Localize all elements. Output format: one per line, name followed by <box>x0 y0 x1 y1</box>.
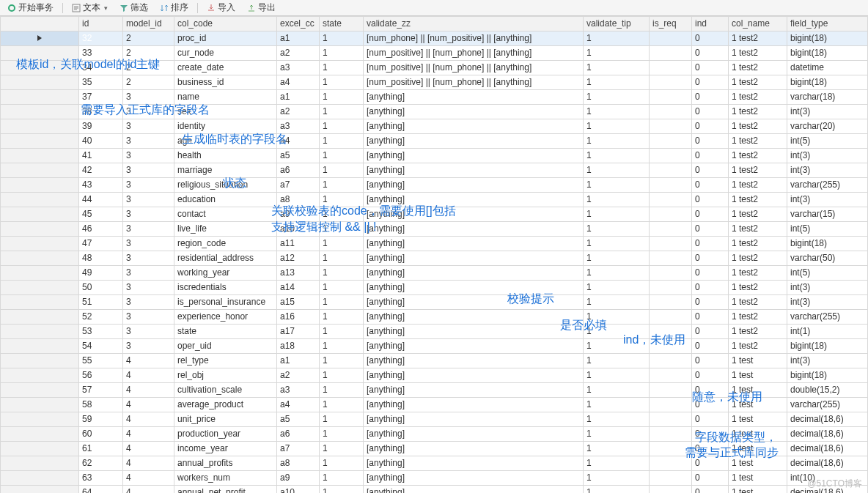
cell-is-req[interactable] <box>650 295 692 310</box>
cell-validate-tip[interactable]: 1 <box>584 412 650 427</box>
cell-is-req[interactable] <box>650 61 692 75</box>
table-row[interactable]: 332cur_nodea21[num_positive] || [num_pho… <box>1 46 868 61</box>
cell-id[interactable]: 61 <box>79 442 123 456</box>
cell-model-id[interactable]: 3 <box>123 237 174 251</box>
cell-field-type[interactable]: decimal(18,6) <box>787 412 868 427</box>
cell-validate-zz[interactable]: [anything] <box>364 398 584 412</box>
cell-model-id[interactable]: 3 <box>123 266 174 281</box>
cell-field-type[interactable]: varchar(18) <box>787 90 868 105</box>
cell-validate-tip[interactable]: 1 <box>584 325 650 339</box>
cell-state[interactable]: 1 <box>320 251 364 266</box>
col-excel-col-code[interactable]: excel_cc <box>277 17 320 31</box>
cell-is-req[interactable] <box>650 266 692 281</box>
cell-excel-col-code[interactable]: a14 <box>277 281 320 295</box>
row-handle[interactable] <box>1 222 79 237</box>
cell-col-name[interactable]: 1 test2 <box>729 31 787 46</box>
cell-excel-col-code[interactable]: a3 <box>277 119 320 134</box>
cell-model-id[interactable]: 3 <box>123 149 174 163</box>
cell-state[interactable]: 1 <box>320 105 364 119</box>
col-col-code[interactable]: col_code <box>174 17 277 31</box>
cell-validate-tip[interactable]: 1 <box>584 75 650 90</box>
cell-id[interactable]: 44 <box>79 193 123 207</box>
table-row[interactable]: 604production_yeara61[anything]101 testd… <box>1 427 868 442</box>
row-handle[interactable] <box>1 90 79 105</box>
cell-ind[interactable]: 0 <box>692 368 729 383</box>
cell-model-id[interactable]: 3 <box>123 222 174 237</box>
cell-col-name[interactable]: 1 test <box>729 354 787 368</box>
cell-validate-tip[interactable]: 1 <box>584 368 650 383</box>
cell-state[interactable]: 1 <box>320 310 364 325</box>
cell-model-id[interactable]: 4 <box>123 398 174 412</box>
cell-is-req[interactable] <box>650 442 692 456</box>
cell-validate-zz[interactable]: [anything] <box>364 368 584 383</box>
row-handle[interactable] <box>1 456 79 471</box>
cell-col-name[interactable]: 1 test2 <box>729 295 787 310</box>
cell-validate-zz[interactable]: [anything] <box>364 222 584 237</box>
cell-state[interactable]: 1 <box>320 354 364 368</box>
cell-ind[interactable]: 0 <box>692 354 729 368</box>
cell-col-name[interactable]: 1 test2 <box>729 75 787 90</box>
table-row[interactable]: 493working_yeara131[anything]101 test2in… <box>1 266 868 281</box>
cell-excel-col-code[interactable]: a16 <box>277 310 320 325</box>
cell-col-name[interactable]: 1 test2 <box>729 237 787 251</box>
row-handle[interactable] <box>1 266 79 281</box>
table-row[interactable]: 373namea11[anything]101 test2varchar(18) <box>1 90 868 105</box>
table-row[interactable]: 543oper_uida181[anything]101 test2bigint… <box>1 339 868 354</box>
table-row[interactable]: 393identitya31[anything]101 test2varchar… <box>1 119 868 134</box>
cell-field-type[interactable]: int(5) <box>787 266 868 281</box>
table-row[interactable]: 584average_producta41[anything]101 testv… <box>1 398 868 412</box>
row-handle[interactable] <box>1 61 79 75</box>
cell-excel-col-code[interactable]: a7 <box>277 442 320 456</box>
cell-field-type[interactable]: bigint(18) <box>787 339 868 354</box>
cell-is-req[interactable] <box>650 149 692 163</box>
cell-excel-col-code[interactable]: a12 <box>277 251 320 266</box>
cell-col-code[interactable]: unit_price <box>174 412 277 427</box>
cell-col-name[interactable]: 1 test2 <box>729 193 787 207</box>
cell-field-type[interactable]: decimal(18,6) <box>787 456 868 471</box>
cell-state[interactable]: 1 <box>320 149 364 163</box>
cell-col-code[interactable]: working_year <box>174 266 277 281</box>
cell-field-type[interactable]: decimal(18,6) <box>787 442 868 456</box>
cell-id[interactable]: 60 <box>79 427 123 442</box>
row-handle[interactable] <box>1 427 79 442</box>
cell-id[interactable]: 56 <box>79 368 123 383</box>
row-handle[interactable] <box>1 207 79 222</box>
table-row[interactable]: 554rel_typea11[anything]101 testint(3) <box>1 354 868 368</box>
cell-validate-zz[interactable]: [anything] <box>364 412 584 427</box>
cell-state[interactable]: 1 <box>320 486 364 494</box>
cell-validate-tip[interactable]: 1 <box>584 119 650 134</box>
row-handle[interactable] <box>1 105 79 119</box>
cell-col-code[interactable]: oper_uid <box>174 339 277 354</box>
cell-is-req[interactable] <box>650 105 692 119</box>
cell-state[interactable]: 1 <box>320 237 364 251</box>
cell-validate-tip[interactable]: 1 <box>584 178 650 193</box>
cell-validate-zz[interactable]: [anything] <box>364 427 584 442</box>
row-handle[interactable] <box>1 46 79 61</box>
cell-ind[interactable]: 0 <box>692 207 729 222</box>
cell-state[interactable]: 1 <box>320 61 364 75</box>
cell-ind[interactable]: 0 <box>692 163 729 178</box>
cell-col-code[interactable]: income_year <box>174 442 277 456</box>
cell-col-name[interactable]: 1 test2 <box>729 134 787 149</box>
cell-model-id[interactable]: 2 <box>123 46 174 61</box>
cell-ind[interactable]: 0 <box>692 237 729 251</box>
cell-excel-col-code[interactable]: a8 <box>277 456 320 471</box>
cell-id[interactable]: 35 <box>79 75 123 90</box>
cell-col-name[interactable]: 1 test2 <box>729 119 787 134</box>
cell-ind[interactable]: 0 <box>692 310 729 325</box>
cell-model-id[interactable]: 3 <box>123 163 174 178</box>
cell-excel-col-code[interactable]: a9 <box>277 471 320 486</box>
cell-id[interactable]: 33 <box>79 46 123 61</box>
cell-id[interactable]: 45 <box>79 207 123 222</box>
cell-model-id[interactable]: 2 <box>123 75 174 90</box>
row-handle[interactable] <box>1 295 79 310</box>
cell-model-id[interactable]: 3 <box>123 134 174 149</box>
row-handle[interactable] <box>1 398 79 412</box>
cell-col-code[interactable]: create_date <box>174 61 277 75</box>
cell-excel-col-code[interactable]: a11 <box>277 237 320 251</box>
cell-state[interactable]: 1 <box>320 119 364 134</box>
cell-model-id[interactable]: 3 <box>123 105 174 119</box>
cell-field-type[interactable]: bigint(18) <box>787 31 868 46</box>
cell-is-req[interactable] <box>650 412 692 427</box>
cell-id[interactable]: 58 <box>79 398 123 412</box>
